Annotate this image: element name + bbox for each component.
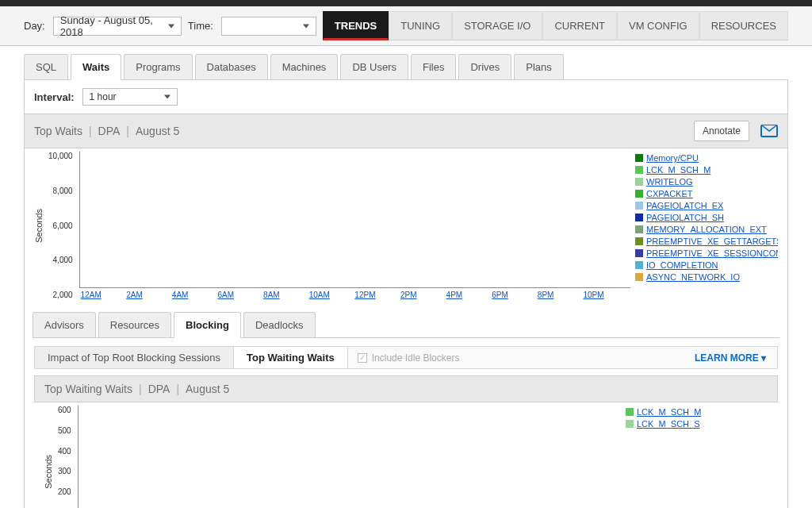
legend-item[interactable]: PAGEIOLATCH_SH bbox=[635, 213, 778, 222]
legend-item[interactable]: IO_COMPLETION bbox=[635, 260, 778, 270]
legend-item[interactable]: WRITELOG bbox=[635, 177, 778, 187]
main-tab-resources[interactable]: RESOURCES bbox=[699, 11, 788, 40]
legend-item[interactable]: LCK_M_SCH_S bbox=[626, 419, 768, 429]
interval-label: Interval: bbox=[34, 91, 75, 103]
annotate-button[interactable]: Annotate bbox=[694, 121, 749, 141]
time-label: Time: bbox=[188, 20, 213, 32]
option-tab-1[interactable]: Top Waiting Waits bbox=[234, 347, 348, 368]
legend-item[interactable]: LCK_M_SCH_M bbox=[635, 165, 778, 175]
interval-select[interactable]: 1 hour bbox=[82, 88, 178, 106]
legend-item[interactable]: PAGEIOLATCH_EX bbox=[635, 201, 778, 210]
category-tab-sql[interactable]: SQL bbox=[24, 54, 68, 79]
sub-tab-resources[interactable]: Resources bbox=[98, 312, 171, 337]
mail-icon[interactable] bbox=[760, 125, 778, 137]
sub-tab-blocking[interactable]: Blocking bbox=[174, 312, 241, 338]
top-waiting-waits-legend: LCK_M_SCH_MLCK_M_SCH_S bbox=[626, 406, 768, 508]
top-waiting-waits-chart: Seconds 6005004003002001000 12AM2AM4AM6A… bbox=[25, 402, 787, 508]
main-tab-storage-i-o[interactable]: STORAGE I/O bbox=[452, 11, 542, 40]
legend-item[interactable]: CXPACKET bbox=[635, 189, 778, 198]
sub-tab-advisors[interactable]: Advisors bbox=[33, 312, 96, 337]
main-tab-tuning[interactable]: TUNING bbox=[389, 11, 452, 40]
legend-item[interactable]: Memory/CPU bbox=[635, 153, 778, 163]
top-waits-chart: Seconds 10,0008,0006,0004,0002,000 12AM2… bbox=[25, 148, 787, 299]
learn-more-link[interactable]: LEARN MORE ▾ bbox=[695, 352, 777, 364]
main-tab-current[interactable]: CURRENT bbox=[542, 11, 617, 40]
main-tabs: TRENDSTUNINGSTORAGE I/OCURRENTVM CONFIGR… bbox=[323, 11, 788, 40]
main-tab-vm-config[interactable]: VM CONFIG bbox=[617, 11, 699, 40]
filter-header: Day: Sunday - August 05, 2018 Time: TREN… bbox=[0, 6, 812, 46]
time-select[interactable] bbox=[221, 17, 316, 36]
include-idle-blockers: ✓Include Idle Blockers bbox=[358, 352, 460, 364]
blocking-options: Impact of Top Root Blocking SessionsTop … bbox=[34, 346, 778, 369]
category-tab-programs[interactable]: Programs bbox=[124, 54, 192, 79]
option-tab-0[interactable]: Impact of Top Root Blocking Sessions bbox=[35, 347, 234, 368]
legend-item[interactable]: PREEMPTIVE_XE_SESSIONCOMMI bbox=[635, 248, 778, 258]
day-select[interactable]: Sunday - August 05, 2018 bbox=[53, 17, 182, 36]
main-tab-trends[interactable]: TRENDS bbox=[323, 11, 389, 40]
category-tab-db-users[interactable]: DB Users bbox=[340, 54, 408, 79]
top-waits-header: Top Waits| DPA| August 5 Annotate bbox=[25, 114, 787, 148]
sub-tab-deadlocks[interactable]: Deadlocks bbox=[243, 312, 316, 337]
category-tab-files[interactable]: Files bbox=[411, 54, 456, 79]
top-waiting-waits-header: Top Waiting Waits| DPA| August 5 bbox=[34, 375, 778, 402]
legend-item[interactable]: PREEMPTIVE_XE_GETTARGETSTA bbox=[635, 237, 778, 246]
day-label: Day: bbox=[24, 20, 45, 32]
category-tab-machines[interactable]: Machines bbox=[270, 54, 339, 79]
legend-item[interactable]: MEMORY_ALLOCATION_EXT bbox=[635, 225, 778, 234]
legend-item[interactable]: ASYNC_NETWORK_IO bbox=[635, 272, 778, 282]
category-tab-drives[interactable]: Drives bbox=[458, 54, 511, 79]
category-tabs: SQLWaitsProgramsDatabasesMachinesDB User… bbox=[24, 54, 788, 80]
sub-tabs: AdvisorsResourcesBlockingDeadlocks bbox=[33, 312, 779, 338]
legend-item[interactable]: LCK_M_SCH_M bbox=[626, 407, 768, 417]
category-tab-plans[interactable]: Plans bbox=[514, 54, 564, 79]
category-tab-waits[interactable]: Waits bbox=[71, 54, 121, 80]
category-tab-databases[interactable]: Databases bbox=[195, 54, 268, 79]
top-waits-legend: Memory/CPULCK_M_SCH_MWRITELOGCXPACKETPAG… bbox=[635, 152, 778, 299]
